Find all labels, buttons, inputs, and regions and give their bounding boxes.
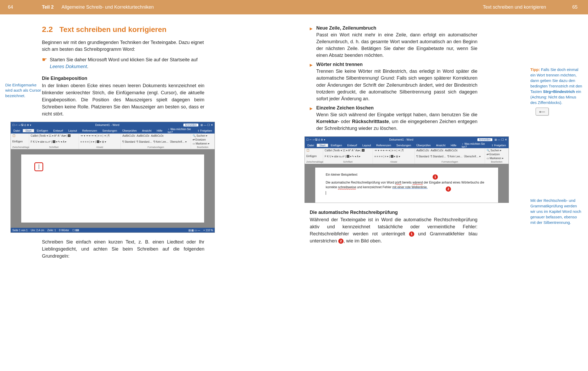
- write-something-paragraph: Schreiben Sie einfach einen kurzen Text,…: [42, 239, 204, 260]
- window-title: Dokument1 - Word: [31, 123, 183, 126]
- sample-heading: Ein kleiner Beispieltext: [326, 173, 488, 176]
- hand-pointer-icon: ☛: [42, 56, 47, 70]
- tab-help[interactable]: Hilfe: [448, 144, 459, 147]
- callout-1: 1: [433, 174, 438, 180]
- tab-help[interactable]: Hilfe: [154, 129, 165, 132]
- page-number-right: 65: [557, 4, 578, 10]
- zoom-control[interactable]: + 110 %: [203, 229, 213, 232]
- tab-view[interactable]: Ansicht: [433, 144, 448, 147]
- cursor-highlight-box: [34, 162, 43, 171]
- page-left: Die Einfügemarke wird auch als Cursor be…: [0, 14, 294, 270]
- tab-review[interactable]: Überprüfen: [120, 129, 139, 132]
- triangle-bullet-icon: ▶: [310, 63, 313, 102]
- tab-layout[interactable]: Layout: [360, 144, 374, 147]
- group-paragraph: Absatz: [80, 146, 119, 148]
- part-label: Teil 2: [42, 4, 54, 10]
- text-cursor-icon: [326, 191, 326, 195]
- backspace-key-icon: ⟵: [536, 108, 549, 115]
- group-font: Schriftart: [31, 146, 77, 148]
- bullet-head-newline: Neue Zeile, Zeilenumbruch: [316, 25, 477, 31]
- grammar-error: mit einer rote Wellenlinie.: [392, 185, 428, 189]
- group-editing: Bearbeiten: [193, 146, 213, 148]
- triangle-bullet-icon: ▶: [310, 106, 313, 132]
- sample-document: Ein kleiner Beispieltext Die automatisch…: [315, 168, 498, 203]
- word-window-sample-text: ☐ ⤺ ⤻ 🖫 ⎙ ⚙ ▾ Dokument1 - Word Anmelden …: [304, 136, 509, 203]
- group-styles: Formatvorlagen: [122, 146, 189, 148]
- status-page[interactable]: Seite 1 von 1: [12, 229, 28, 232]
- body-autocheck: Während der Texteingabe ist in Word die …: [310, 216, 477, 245]
- status-words[interactable]: 0 Wörter: [59, 229, 69, 232]
- triangle-bullet-icon: ▶: [310, 26, 313, 59]
- tell-me-box[interactable]: ♀ Was möchten Sie tun?: [165, 128, 195, 134]
- tab-home[interactable]: Start: [317, 144, 328, 147]
- share-button[interactable]: ⇪ Freigeben: [489, 144, 509, 147]
- paste-label[interactable]: Einfügen: [12, 140, 27, 143]
- tab-layout[interactable]: Layout: [66, 129, 80, 132]
- section-title: Text schreiben und korrigieren: [59, 25, 167, 34]
- qat-icons[interactable]: ☐ ⤺ ⤻ 🖫 ⎙ ⚙ ▾: [12, 124, 31, 126]
- intro-paragraph: Beginnen wir mit den grundlegenden Techn…: [42, 39, 204, 53]
- status-bar: Seite 1 von 1 Um: 2,4 cm Zeile: 1 0 Wört…: [11, 228, 215, 232]
- running-header: 64 Teil 2 Allgemeine Schreib- und Korrek…: [0, 0, 588, 14]
- ribbon: 📋 Einfügen Zwischenablage Calibri (Textk…: [305, 148, 509, 164]
- replace-button[interactable]: ⇄ Ersetzen: [193, 138, 213, 142]
- tab-view[interactable]: Ansicht: [139, 129, 154, 132]
- body-input-position: In der linken oberen Ecke eines neuen le…: [42, 82, 204, 118]
- window-title: Dokument1 - Word: [325, 138, 477, 141]
- margin-note-cursor: Die Einfügemarke wird auch als Cursor be…: [5, 82, 42, 98]
- find-button[interactable]: 🔍 Suchen ▾: [193, 134, 213, 138]
- window-controls[interactable]: ⊞ — ☐ ✕: [494, 138, 507, 141]
- tab-design[interactable]: Entwurf: [345, 144, 360, 147]
- font-size-combo[interactable]: 11: [48, 134, 51, 137]
- para-row2[interactable]: ≡ ≡ ≡ ≡ | ≡ ▾ | 🅰 ▾ ⊞ ▾: [80, 140, 119, 144]
- tab-insert[interactable]: Einfügen: [34, 129, 51, 132]
- bullet-body-delete: Wenn Sie sich während der Eingabe vertip…: [316, 111, 477, 132]
- para-row1[interactable]: ≔ ▾ ≔ ▾ ≔ ▾ | ≡ ≡ | ✶ | ¶: [80, 134, 119, 138]
- status-icons[interactable]: ☐ ⌨: [72, 229, 79, 232]
- word-window-empty: ☐ ⤺ ⤻ 🖫 ⎙ ⚙ ▾ Dokument1 - Word Anmelden …: [10, 122, 215, 233]
- signin-button[interactable]: Anmelden: [183, 124, 198, 126]
- qat-icons[interactable]: ☐ ⤺ ⤻ 🖫 ⎙ ⚙ ▾: [306, 138, 325, 141]
- callout-2: 2: [446, 186, 451, 192]
- bullet-body-newline: Passt ein Wort nicht mehr in eine Zeile,…: [316, 31, 477, 59]
- spell-error-3: schreibweise: [338, 185, 356, 189]
- tab-references[interactable]: Referenzen: [374, 144, 394, 147]
- ribbon: 📋 Einfügen Zwischenablage Calibri (Textk…: [11, 134, 215, 149]
- select-button[interactable]: ▭ Markieren ▾: [193, 142, 213, 146]
- subhead-autocheck: Die automatische Rechtschreibprüfung: [310, 210, 477, 215]
- section-number: 2.2: [42, 25, 53, 34]
- tab-references[interactable]: Referenzen: [80, 129, 100, 132]
- window-controls[interactable]: ⊞ — ☐ ✕: [200, 123, 213, 127]
- callout-ref-2: 2: [338, 239, 344, 244]
- ribbon-tabs: Datei Start Einfügen Entwurf Layout Refe…: [305, 142, 509, 148]
- tab-mailings[interactable]: Sendungen: [100, 129, 120, 132]
- tab-file[interactable]: Datei: [305, 144, 317, 147]
- view-buttons[interactable]: ▤ ▦ ▭ —: [188, 229, 200, 232]
- hand-bullet-text: Starten Sie daher Microsoft Word und kli…: [50, 56, 204, 70]
- spell-error-2: wärend: [412, 181, 423, 184]
- share-button[interactable]: ⇪ Freigeben: [195, 129, 215, 132]
- tab-file[interactable]: Datei: [11, 129, 23, 132]
- font-style-row[interactable]: F K U ▾ abe x₂ x² | 🅰 ▾ ✎ ▾ A ▾: [31, 140, 77, 144]
- spell-error-1: pürft: [395, 181, 401, 184]
- page-right: Tipp: Falls Sie doch einmal ein Wort tre…: [294, 14, 588, 270]
- group-clipboard: Zwischenablage: [12, 146, 27, 148]
- status-line[interactable]: Zeile: 1: [47, 229, 56, 232]
- sample-paragraph: Die automatische Rechtschreibprüfung von…: [326, 180, 488, 190]
- part-title: Allgemeine Schreib- und Korrekturtechnik…: [62, 4, 154, 10]
- paste-icon[interactable]: 📋: [12, 134, 27, 137]
- tab-review[interactable]: Überprüfen: [414, 144, 433, 147]
- text-cursor-icon: [39, 164, 39, 169]
- tab-insert[interactable]: Einfügen: [328, 144, 345, 147]
- blank-document-link: Leeres Dokument: [50, 64, 87, 69]
- subhead-input-position: Die Eingabeposition: [42, 76, 204, 81]
- signin-button[interactable]: Anmelden: [477, 138, 492, 141]
- callout-ref-1: 1: [409, 231, 414, 237]
- status-position[interactable]: Um: 2,4 cm: [31, 229, 44, 232]
- font-family-combo[interactable]: Calibri (Textk: [31, 134, 46, 137]
- tab-design[interactable]: Entwurf: [51, 129, 66, 132]
- tell-me-box[interactable]: ♀ Was möchten Sie tun?: [459, 142, 489, 148]
- page-number-left: 64: [0, 4, 42, 10]
- tab-home[interactable]: Start: [23, 129, 34, 132]
- tab-mailings[interactable]: Sendungen: [394, 144, 414, 147]
